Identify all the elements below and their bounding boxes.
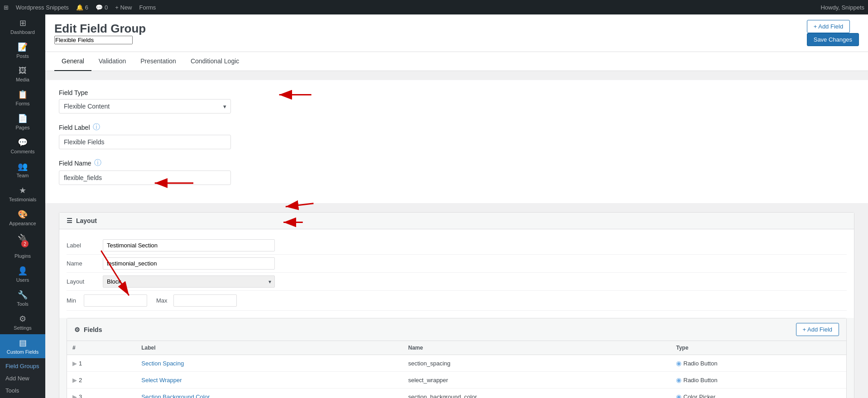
field-name-input[interactable] <box>59 171 231 185</box>
layout-min-input[interactable] <box>84 294 147 307</box>
add-field-button[interactable]: + Add Field <box>807 20 850 33</box>
adminbar-forms[interactable]: Forms <box>139 4 156 11</box>
type-icon-1: ◉ <box>676 376 681 384</box>
sidebar-item-posts[interactable]: 📝Posts <box>0 38 45 62</box>
layout-name-field-label: Name <box>67 260 103 267</box>
tab-conditional-logic[interactable]: Conditional Logic <box>183 52 246 71</box>
fields-add-field-button[interactable]: + Add Field <box>796 323 839 336</box>
custom-fields-icon: ▤ <box>19 338 27 348</box>
type-icon-2: ◉ <box>676 393 681 398</box>
adminbar-wp-icon[interactable]: ⊞ <box>4 4 9 11</box>
sidebar-sub-item-field-groups[interactable]: Field Groups <box>0 360 45 372</box>
pages-icon: 📄 <box>18 114 28 123</box>
sidebar-label-posts: Posts <box>16 53 29 59</box>
sidebar-label-settings: Settings <box>14 325 32 331</box>
tools-icon: 🔧 <box>18 290 28 300</box>
tab-general[interactable]: General <box>54 52 91 71</box>
sidebar-sub-item-tools[interactable]: Tools <box>0 384 45 397</box>
adminbar-new[interactable]: + New <box>115 4 132 11</box>
layout-box: ☰ Layout Label Name Layout B <box>59 212 854 398</box>
group-name-input[interactable] <box>54 36 133 44</box>
adminbar-howdy: Howdy, Snippets <box>820 4 864 11</box>
col-type: Type <box>671 341 846 355</box>
admin-bar: ⊞ Wordpress Snippets 🔔 6 💬 0 + New Forms… <box>0 0 868 14</box>
layout-title: Layout <box>76 217 97 224</box>
sidebar-item-forms[interactable]: 📋Forms <box>0 86 45 110</box>
sidebar-item-comments[interactable]: 💬Comments <box>0 134 45 158</box>
field-num-0: ▶1 <box>67 355 136 372</box>
settings-icon: ⚙ <box>19 314 26 324</box>
sidebar-item-dashboard[interactable]: ⊞Dashboard <box>0 14 45 38</box>
field-type-cell-0: ◉Radio Button <box>671 355 846 372</box>
sidebar-item-appearance[interactable]: 🎨Appearance <box>0 206 45 230</box>
sidebar-item-custom-fields[interactable]: ▤Custom Fields <box>0 334 45 358</box>
sidebar: ⊞Dashboard📝Posts🖼Media📋Forms📄Pages💬Comme… <box>0 14 45 398</box>
sidebar-item-pages[interactable]: 📄Pages <box>0 110 45 134</box>
svg-line-3 <box>286 204 314 207</box>
field-link-0[interactable]: Section Spacing <box>141 360 184 367</box>
adminbar-notifications[interactable]: 🔔 6 <box>76 4 88 11</box>
field-type-select[interactable]: Flexible ContentTextNumberEmailImageSele… <box>59 99 231 114</box>
field-type-label: Field Type <box>59 89 854 96</box>
layout-min-label: Min <box>67 297 80 304</box>
save-changes-button[interactable]: Save Changes <box>807 33 859 46</box>
layout-form: Label Name Layout BlockTableRow <box>59 229 854 318</box>
field-name-group: Field Name ⓘ <box>59 158 854 185</box>
field-label-input[interactable] <box>59 135 231 149</box>
field-name-help-icon[interactable]: ⓘ <box>94 158 101 168</box>
adminbar-site-name[interactable]: Wordpress Snippets <box>16 4 69 11</box>
layout-label-input[interactable] <box>103 239 275 251</box>
tabs-bar: GeneralValidationPresentationConditional… <box>45 52 868 71</box>
sidebar-item-tools[interactable]: 🔧Tools <box>0 286 45 310</box>
fields-table: #LabelNameType ▶1Section Spacingsection_… <box>67 341 846 398</box>
expand-icon-0[interactable]: ▶ <box>72 360 77 367</box>
col-name: Name <box>403 341 671 355</box>
sidebar-item-settings[interactable]: ⚙Settings <box>0 310 45 334</box>
field-label-help-icon[interactable]: ⓘ <box>93 123 100 132</box>
sidebar-label-appearance: Appearance <box>9 221 36 226</box>
table-row: ▶2Select Wrapperselect_wrapper◉Radio But… <box>67 372 846 389</box>
sidebar-label-plugins: Plugins <box>14 253 31 259</box>
sidebar-item-users[interactable]: 👤Users <box>0 262 45 286</box>
sidebar-label-team: Team <box>17 173 29 178</box>
sidebar-item-testimonials[interactable]: ★Testimonials <box>0 182 45 206</box>
form-section: Field Type Flexible ContentTextNumberEma… <box>45 80 868 203</box>
layout-max-input[interactable] <box>173 294 237 307</box>
layout-name-input[interactable] <box>103 257 275 270</box>
sidebar-item-team[interactable]: 👥Team <box>0 158 45 182</box>
tab-validation[interactable]: Validation <box>91 52 133 71</box>
layout-type-select[interactable]: BlockTableRow <box>103 275 275 288</box>
field-type-group: Field Type Flexible ContentTextNumberEma… <box>59 89 854 114</box>
field-label-cell-0: Section Spacing <box>136 355 403 372</box>
sidebar-label-custom-fields: Custom Fields <box>7 349 38 355</box>
layout-label-row: Label <box>67 237 847 255</box>
sidebar-label-media: Media <box>16 77 29 82</box>
expand-icon-2[interactable]: ▶ <box>72 393 77 398</box>
field-label-label: Field Label ⓘ <box>59 123 854 132</box>
field-label-group: Field Label ⓘ <box>59 123 854 149</box>
comments-icon: 💬 <box>18 137 28 147</box>
adminbar-comments[interactable]: 💬 0 <box>96 4 108 11</box>
plugins-badge: 2 <box>21 240 29 247</box>
layout-label-field-label: Label <box>67 242 103 249</box>
fields-icon: ⚙ <box>74 326 80 333</box>
expand-icon-1[interactable]: ▶ <box>72 377 77 384</box>
tab-presentation[interactable]: Presentation <box>133 52 183 71</box>
forms-icon: 📋 <box>18 90 28 100</box>
sidebar-item-media[interactable]: 🖼Media <box>0 62 45 86</box>
field-label-cell-1: Select Wrapper <box>136 372 403 389</box>
field-name-cell-0: section_spacing <box>403 355 671 372</box>
sidebar-item-plugins[interactable]: 🔌2Plugins <box>0 230 45 262</box>
fields-title: Fields <box>84 326 102 333</box>
field-num-2: ▶3 <box>67 389 136 398</box>
sidebar-label-users: Users <box>16 277 29 283</box>
field-label-cell-2: Section Background Color <box>136 389 403 398</box>
layout-type-field-label: Layout <box>67 278 103 285</box>
field-name-cell-1: select_wrapper <box>403 372 671 389</box>
field-link-2[interactable]: Section Background Color <box>141 393 210 398</box>
field-link-1[interactable]: Select Wrapper <box>141 377 182 384</box>
sidebar-label-testimonials: Testimonials <box>9 197 37 202</box>
layout-name-row: Name <box>67 255 847 273</box>
type-icon-0: ◉ <box>676 360 681 367</box>
sidebar-sub-item-add-new[interactable]: Add New <box>0 372 45 384</box>
